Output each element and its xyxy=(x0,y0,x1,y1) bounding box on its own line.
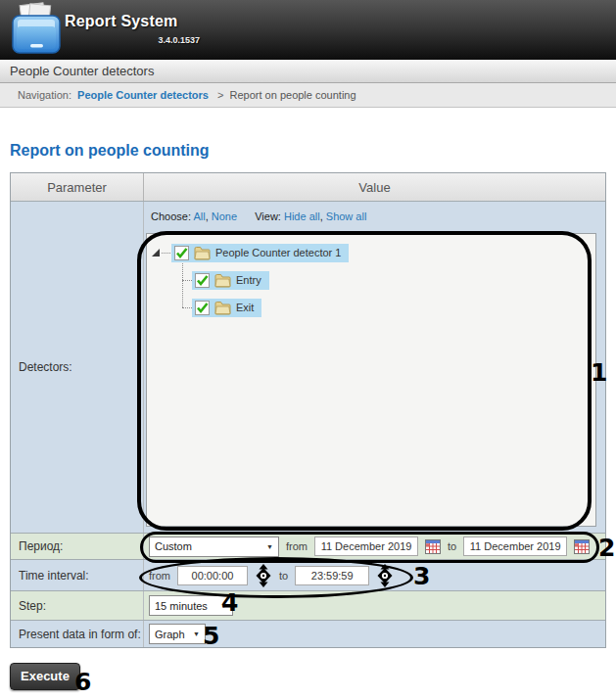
column-header-value: Value xyxy=(144,173,605,201)
choose-none-link[interactable]: None xyxy=(212,210,237,222)
detectors-row: Detectors: Choose: All, None View: Hide … xyxy=(11,201,605,533)
choose-label: Choose: xyxy=(151,210,191,222)
time-interval-value-cell: from to xyxy=(144,560,605,590)
page-title: Report on people counting xyxy=(10,142,616,161)
present-data-label: Present data in form of: xyxy=(11,621,144,647)
tree-item-entry: Entry xyxy=(192,269,269,291)
table-header-row: Parameter Value xyxy=(11,173,605,201)
tree-checkbox[interactable] xyxy=(195,301,210,315)
tree-node-label: Entry xyxy=(236,274,261,286)
step-select[interactable]: 15 minutes ▼ xyxy=(149,595,233,616)
period-from-label: from xyxy=(286,540,308,552)
detectors-label: Detectors: xyxy=(11,202,144,533)
period-row: Период: Custom ▼ from to xyxy=(11,533,605,559)
present-data-value-cell: Graph ▼ xyxy=(144,621,605,647)
execute-button[interactable]: Execute xyxy=(10,663,80,690)
tree-node-people-counter-detector-1[interactable]: People Counter detector 1 xyxy=(171,244,349,262)
tree-node-label: Exit xyxy=(236,302,254,313)
time-to-input[interactable] xyxy=(295,566,369,585)
tree-connector-line xyxy=(182,261,183,307)
breadcrumb: Navigation: People Counter detectors > R… xyxy=(0,83,616,108)
time-interval-row: Time interval: from to xyxy=(11,559,605,590)
dropdown-arrow-icon: ▼ xyxy=(214,602,227,609)
breadcrumb-separator: > xyxy=(217,89,223,101)
calendar-icon[interactable] xyxy=(574,539,590,554)
app-title: Report System xyxy=(65,13,178,30)
detectors-value-cell: Choose: All, None View: Hide all, Show a… xyxy=(144,202,605,533)
period-to-label: to xyxy=(448,540,456,552)
section-bar-title: People Counter detectors xyxy=(0,60,616,83)
tree-connector-line xyxy=(182,280,192,281)
step-value-cell: 15 minutes ▼ xyxy=(144,591,605,620)
tree-node-exit[interactable]: Exit xyxy=(192,299,261,317)
tree-expander-icon[interactable] xyxy=(152,249,161,257)
view-label: View: xyxy=(255,210,281,222)
tree-item-exit: Exit xyxy=(192,297,261,318)
tree-connector-line xyxy=(182,307,192,308)
period-from-date-input[interactable] xyxy=(314,537,418,556)
comma: , xyxy=(320,210,323,222)
time-spinner-icon[interactable] xyxy=(376,564,394,587)
breadcrumb-link-people-counter-detectors[interactable]: People Counter detectors xyxy=(77,89,209,101)
column-header-parameter: Parameter xyxy=(11,173,144,201)
step-row: Step: 15 minutes ▼ xyxy=(11,590,605,620)
time-spinner-icon[interactable] xyxy=(255,564,272,587)
tree-checkbox[interactable] xyxy=(195,273,210,288)
time-to-label: to xyxy=(279,570,288,582)
app-version: 3.4.0.1537 xyxy=(65,35,200,45)
time-from-label: from xyxy=(149,570,170,582)
folder-icon xyxy=(194,246,211,260)
dropdown-arrow-icon: ▼ xyxy=(187,630,200,637)
dropdown-arrow-icon: ▼ xyxy=(261,543,273,550)
time-from-input[interactable] xyxy=(177,566,248,585)
time-interval-label: Time interval: xyxy=(11,560,144,590)
comma: , xyxy=(206,210,209,222)
folder-icon xyxy=(214,273,231,288)
hide-all-link[interactable]: Hide all xyxy=(284,210,320,222)
period-preset-value: Custom xyxy=(155,540,192,552)
folder-icon xyxy=(214,301,231,315)
tree-toolbar: Choose: All, None View: Hide all, Show a… xyxy=(151,210,366,222)
present-data-select[interactable]: Graph ▼ xyxy=(149,624,206,644)
breadcrumb-label: Navigation: xyxy=(18,89,71,101)
present-data-select-value: Graph xyxy=(155,629,185,640)
step-label: Step: xyxy=(11,591,144,620)
period-to-date-input[interactable] xyxy=(463,537,567,556)
report-system-logo-icon xyxy=(9,2,64,61)
calendar-icon[interactable] xyxy=(425,539,441,554)
choose-all-link[interactable]: All xyxy=(193,210,205,222)
breadcrumb-current: Report on people counting xyxy=(230,89,356,101)
tree-node-label: People Counter detector 1 xyxy=(215,247,341,258)
tree-node-entry[interactable]: Entry xyxy=(192,271,269,290)
tree-item-root: People Counter detector 1 xyxy=(152,242,349,263)
tree-dots xyxy=(162,253,170,254)
tree-checkbox[interactable] xyxy=(174,246,189,260)
report-parameters-table: Parameter Value Detectors: Choose: All, … xyxy=(10,172,606,648)
step-select-value: 15 minutes xyxy=(155,600,208,612)
period-value-cell: Custom ▼ from to xyxy=(144,534,605,559)
period-preset-select[interactable]: Custom ▼ xyxy=(149,537,279,557)
present-data-row: Present data in form of: Graph ▼ xyxy=(11,620,605,647)
app-header: Report System 3.4.0.1537 xyxy=(0,0,616,60)
detectors-tree-panel: People Counter detector 1 Entry xyxy=(146,233,596,527)
period-label: Период: xyxy=(11,534,144,559)
show-all-link[interactable]: Show all xyxy=(326,210,367,222)
